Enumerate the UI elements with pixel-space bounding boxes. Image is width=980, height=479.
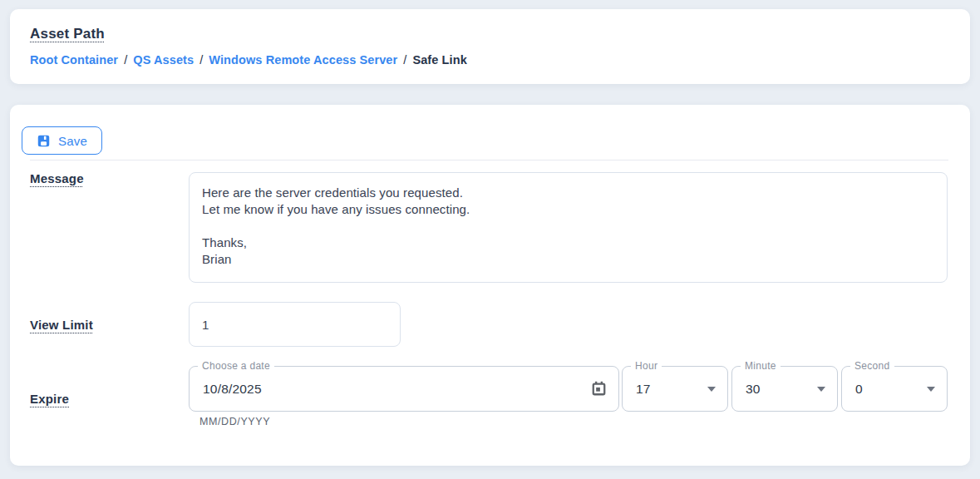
calendar-icon <box>590 380 608 398</box>
date-field-floating-label: Choose a date <box>198 360 274 373</box>
expire-date-field: Choose a date <box>189 366 619 412</box>
second-select-floating-label: Second <box>850 360 894 373</box>
expire-label: Expire <box>30 392 69 406</box>
message-label: Message <box>30 171 84 185</box>
floppy-disk-icon <box>37 134 51 148</box>
second-select[interactable]: Second 0 <box>841 366 948 412</box>
message-textarea[interactable]: Here are the server credentials you requ… <box>189 172 948 283</box>
save-button-label: Save <box>58 134 87 148</box>
save-button[interactable]: Save <box>22 126 102 155</box>
minute-select-floating-label: Minute <box>741 360 781 373</box>
page-title: Asset Path <box>30 26 105 42</box>
date-format-hint: MM/DD/YYYY <box>199 416 270 427</box>
breadcrumb-current: Safe Link <box>412 53 466 67</box>
chevron-down-icon <box>927 387 935 392</box>
chevron-down-icon <box>707 387 716 392</box>
breadcrumb-separator: / <box>403 53 406 67</box>
minute-select-value: 30 <box>732 382 817 397</box>
breadcrumb-link-root-container[interactable]: Root Container <box>30 53 118 67</box>
view-limit-label: View Limit <box>30 318 93 332</box>
hour-select-floating-label: Hour <box>631 360 662 373</box>
view-limit-input[interactable] <box>189 302 401 347</box>
second-select-value: 0 <box>842 382 927 397</box>
expire-date-input[interactable] <box>190 382 584 397</box>
hour-select[interactable]: Hour 17 <box>622 366 728 412</box>
breadcrumb-separator: / <box>199 53 203 67</box>
breadcrumb-link-windows-remote-access-server[interactable]: Windows Remote Access Server <box>209 53 397 67</box>
safe-link-form-card: Save Message Here are the server credent… <box>10 105 970 466</box>
asset-path-card: Asset Path Root Container / QS Assets / … <box>10 9 970 84</box>
breadcrumb: Root Container / QS Assets / Windows Rem… <box>30 53 950 67</box>
open-calendar-button[interactable] <box>584 374 613 404</box>
toolbar-divider <box>30 160 948 160</box>
breadcrumb-link-qs-assets[interactable]: QS Assets <box>133 53 194 67</box>
breadcrumb-separator: / <box>124 53 127 67</box>
minute-select[interactable]: Minute 30 <box>731 366 838 412</box>
hour-select-value: 17 <box>623 382 707 397</box>
chevron-down-icon <box>817 387 825 392</box>
